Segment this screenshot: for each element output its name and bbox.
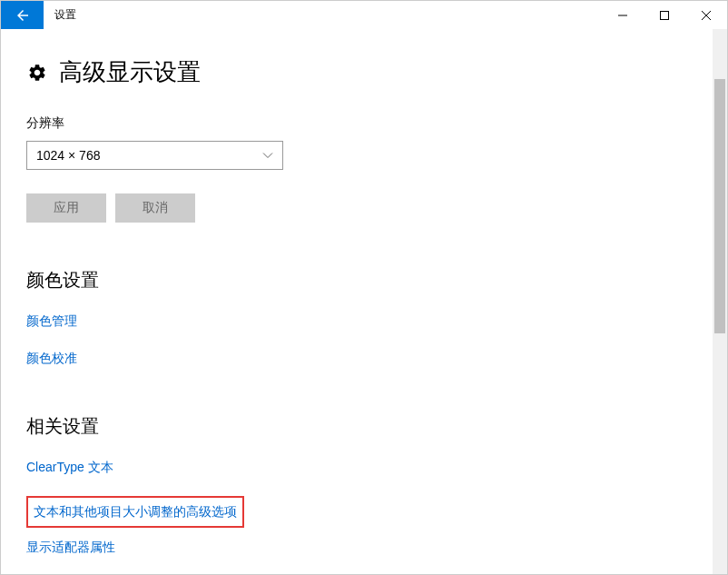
maximize-icon [660,11,669,20]
resolution-dropdown[interactable]: 1024 × 768 [26,141,283,170]
back-button[interactable] [1,1,44,29]
resolution-value: 1024 × 768 [36,148,100,163]
window-controls [602,1,727,29]
page-title: 高级显示设置 [59,56,201,88]
window-title: 设置 [44,1,76,29]
svg-rect-1 [661,11,669,19]
minimize-button[interactable] [602,1,644,29]
titlebar: 设置 [1,1,727,29]
close-icon [702,11,711,20]
maximize-button[interactable] [644,1,685,29]
minimize-icon [618,11,627,20]
highlight-box: 文本和其他项目大小调整的高级选项 [26,496,244,528]
adapter-link[interactable]: 显示适配器属性 [26,540,115,556]
resolution-label: 分辨率 [26,115,702,132]
text-sizing-link[interactable]: 文本和其他项目大小调整的高级选项 [34,504,237,520]
chevron-down-icon [262,150,273,161]
arrow-left-icon [15,7,31,24]
content-area: 高级显示设置 分辨率 1024 × 768 应用 取消 颜色设置 颜色管理 颜色… [1,29,727,574]
gear-icon [26,62,48,84]
scrollbar-thumb[interactable] [714,79,725,333]
cleartype-link[interactable]: ClearType 文本 [26,460,113,476]
cancel-button[interactable]: 取消 [115,193,195,223]
page-header: 高级显示设置 [26,56,702,88]
related-section-title: 相关设置 [26,414,702,439]
apply-button[interactable]: 应用 [26,193,106,223]
color-section-title: 颜色设置 [26,268,702,292]
color-management-link[interactable]: 颜色管理 [26,313,77,330]
button-row: 应用 取消 [26,193,702,223]
close-button[interactable] [685,1,727,29]
color-calibration-link[interactable]: 颜色校准 [26,351,77,367]
vertical-scrollbar[interactable] [713,29,727,574]
